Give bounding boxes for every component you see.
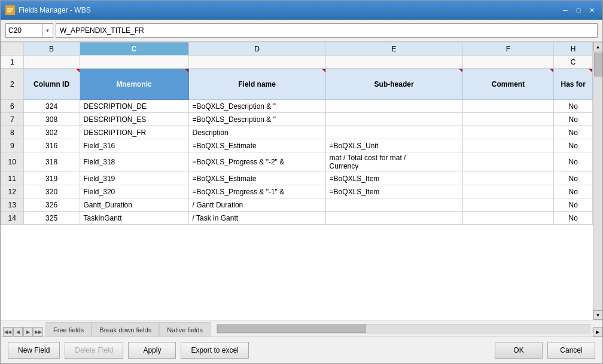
table-row[interactable]: 12 320 Field_320 =BoQXLS_Progress & "-1"…	[1, 185, 593, 198]
r6-sub-header	[325, 100, 462, 113]
tab-prev-btn[interactable]: ◀	[13, 327, 23, 337]
mnemonic-header: Mnemonic	[80, 69, 188, 100]
comment-header: Comment	[462, 69, 554, 100]
r9-field-name: =BoQXLS_Estimate	[188, 139, 325, 152]
row-1-num: 1	[1, 56, 24, 69]
h-scroll-thumb[interactable]	[217, 325, 366, 333]
r6-mnemonic: DESCRIPTION_DE	[80, 100, 188, 113]
r11-sub-header: =BoQXLS_Item	[325, 172, 462, 185]
ok-button[interactable]: OK	[495, 342, 543, 359]
r7-mnemonic: DESCRIPTION_ES	[80, 113, 188, 126]
r13-sub-header	[325, 198, 462, 212]
r8-field-name: Description	[188, 126, 325, 139]
row-13-num: 13	[1, 198, 24, 212]
r12-mnemonic: Field_320	[80, 185, 188, 198]
r6-col-id: 324	[23, 100, 80, 113]
data-rows: 6 324 DESCRIPTION_DE =BoQXLS_Description…	[1, 100, 593, 225]
cell-ref-dropdown[interactable]: ▼	[42, 24, 53, 37]
table-row[interactable]: 8 302 DESCRIPTION_FR Description No	[1, 126, 593, 139]
r7-has-form: No	[554, 113, 593, 126]
r12-comment	[462, 185, 554, 198]
scroll-down-btn[interactable]: ▼	[593, 310, 603, 320]
grid-scroll[interactable]: B C D E F H 1	[1, 42, 593, 320]
tab-break-down-fields[interactable]: Break down fields	[92, 322, 159, 337]
scroll-thumb[interactable]	[594, 53, 602, 77]
table-row[interactable]: 10 318 Field_318 =BoQXLS_Progress & "-2"…	[1, 152, 593, 172]
r10-has-form: No	[554, 152, 593, 172]
row-7-num: 7	[1, 113, 24, 126]
r14-has-form: No	[554, 212, 593, 225]
cell-ref-input[interactable]	[6, 26, 42, 35]
table-row[interactable]: 13 326 Gantt_Duration / Gantt Duration N…	[1, 198, 593, 212]
r14-field-name: / Task in Gantt	[188, 212, 325, 225]
r1-c	[80, 56, 188, 69]
col-d-header[interactable]: D	[188, 42, 325, 56]
r9-has-form: No	[554, 139, 593, 152]
r1-e	[325, 56, 462, 69]
r9-sub-header: =BoQXLS_Unit	[325, 139, 462, 152]
delete-field-button[interactable]: Delete Field	[65, 342, 123, 359]
col-f-header[interactable]: F	[462, 42, 554, 56]
has-form-header: Has for	[554, 69, 593, 100]
horizontal-scrollbar[interactable]	[217, 324, 590, 334]
apply-button[interactable]: Apply	[128, 342, 176, 359]
table-row[interactable]: 11 319 Field_319 =BoQXLS_Estimate =BoQXL…	[1, 172, 593, 185]
col-letter-row: B C D E F H	[1, 42, 593, 56]
tab-next-btn[interactable]: ▶	[23, 327, 33, 337]
r14-sub-header	[325, 212, 462, 225]
tab-first-btn[interactable]: ◀◀	[3, 327, 13, 337]
r7-sub-header	[325, 113, 462, 126]
tab-free-fields[interactable]: Free fields	[45, 322, 92, 337]
table-row[interactable]: 6 324 DESCRIPTION_DE =BoQXLS_Description…	[1, 100, 593, 113]
formula-bar[interactable]: W_APPENDIX_TITLE_FR	[56, 23, 598, 38]
table-row[interactable]: 7 308 DESCRIPTION_ES =BoQXLS_Description…	[1, 113, 593, 126]
r13-comment	[462, 198, 554, 212]
row-9-num: 9	[1, 139, 24, 152]
h-scroll-right-btn[interactable]: ▶	[593, 327, 602, 337]
r6-has-form: No	[554, 100, 593, 113]
row-10-num: 10	[1, 152, 24, 172]
r1-d	[188, 56, 325, 69]
table-row[interactable]: 9 316 Field_316 =BoQXLS_Estimate =BoQXLS…	[1, 139, 593, 152]
r12-field-name: =BoQXLS_Progress & "-1" &	[188, 185, 325, 198]
tab-navigation: ◀◀ ◀ ▶ ▶▶	[1, 327, 45, 337]
r12-sub-header: =BoQXLS_Item	[325, 185, 462, 198]
tab-native-fields[interactable]: Native fields	[159, 322, 211, 337]
tab-last-btn[interactable]: ▶▶	[34, 327, 43, 337]
ok-cancel-group: OK Cancel	[495, 342, 595, 359]
r9-mnemonic: Field_316	[80, 139, 188, 152]
r13-field-name: / Gantt Duration	[188, 198, 325, 212]
col-h-header[interactable]: H	[554, 42, 593, 56]
window-title: Fields Manager - WBS	[19, 6, 91, 14]
r14-mnemonic: TaskInGantt	[80, 212, 188, 225]
r13-col-id: 326	[23, 198, 80, 212]
corner-header	[1, 42, 24, 56]
cancel-button[interactable]: Cancel	[547, 342, 595, 359]
scroll-up-btn[interactable]: ▲	[593, 42, 603, 51]
r7-col-id: 308	[23, 113, 80, 126]
table-row[interactable]: 14 325 TaskInGantt / Task in Gantt No	[1, 212, 593, 225]
close-button[interactable]: ✕	[586, 5, 598, 16]
minimize-button[interactable]: ─	[559, 5, 571, 16]
sheet-tabs-bar: ◀◀ ◀ ▶ ▶▶ Free fields Break down fields …	[1, 320, 602, 337]
spreadsheet-area: B C D E F H 1	[1, 42, 602, 337]
row-1: 1 C	[1, 56, 593, 69]
col-e-header[interactable]: E	[325, 42, 462, 56]
r10-field-name: =BoQXLS_Progress & "-2" &	[188, 152, 325, 172]
app-icon	[5, 5, 15, 15]
r9-comment	[462, 139, 554, 152]
r13-mnemonic: Gantt_Duration	[80, 198, 188, 212]
export-button[interactable]: Export to excel	[181, 342, 248, 359]
col-c-header[interactable]: C	[80, 42, 188, 56]
row-11-num: 11	[1, 172, 24, 185]
row-12-num: 12	[1, 185, 24, 198]
r10-comment	[462, 152, 554, 172]
title-bar: Fields Manager - WBS ─ □ ✕	[1, 1, 602, 20]
cell-reference-box[interactable]: ▼	[5, 23, 53, 38]
r10-mnemonic: Field_318	[80, 152, 188, 172]
col-id-header: Column ID	[23, 69, 80, 100]
new-field-button[interactable]: New Field	[8, 342, 60, 359]
col-b-header[interactable]: B	[23, 42, 80, 56]
maximize-button[interactable]: □	[572, 5, 584, 16]
vertical-scrollbar[interactable]: ▲ ▼	[593, 42, 602, 320]
